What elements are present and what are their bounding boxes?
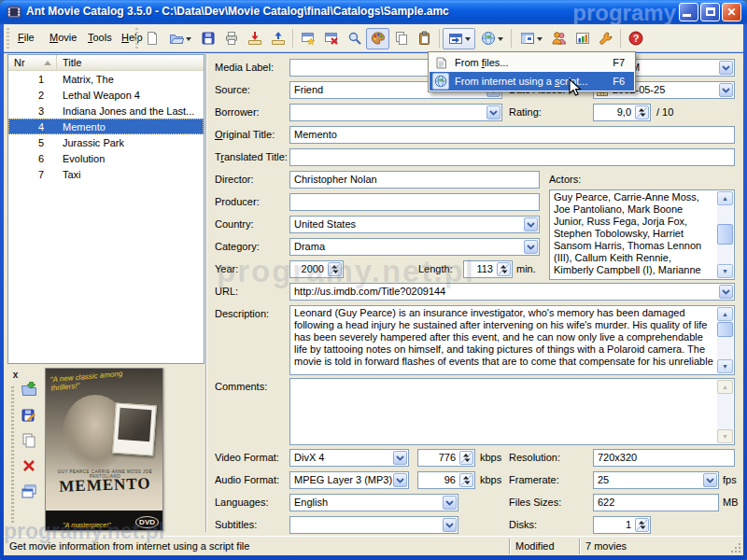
- chevron-down-icon[interactable]: [719, 61, 733, 75]
- find-button[interactable]: [343, 28, 366, 49]
- comments-scrollbar[interactable]: ▲ ▼: [717, 380, 733, 443]
- chevron-down-icon[interactable]: [443, 518, 457, 532]
- description-textarea[interactable]: Leonard (Guy Pearce) is an insurance inv…: [289, 305, 735, 375]
- close-button[interactable]: ✕: [722, 3, 741, 21]
- display-options-button[interactable]: [514, 28, 547, 49]
- comments-textarea[interactable]: ▲ ▼: [289, 378, 735, 445]
- rating-spinner[interactable]: 9,0: [593, 104, 651, 121]
- open-catalog-button[interactable]: [163, 28, 196, 49]
- framerate-combo[interactable]: 25: [593, 471, 719, 489]
- delete-movie-button[interactable]: [319, 28, 343, 49]
- spin-buttons-icon[interactable]: [328, 262, 342, 276]
- picture-window-button[interactable]: [19, 481, 39, 501]
- maximize-button[interactable]: [700, 3, 720, 21]
- menu-file[interactable]: File: [11, 29, 41, 47]
- languages-combo[interactable]: English: [289, 494, 458, 511]
- field-label: Category:: [215, 241, 260, 252]
- scroll-up-icon[interactable]: ▲: [717, 191, 733, 205]
- movie-row[interactable]: 6 Evolution: [8, 150, 204, 166]
- menu-tools[interactable]: Tools: [81, 29, 119, 47]
- help-button[interactable]: ?: [624, 28, 647, 49]
- show-pictures-button[interactable]: [366, 28, 389, 49]
- translated-title-input[interactable]: [289, 148, 735, 166]
- column-header-title[interactable]: Title: [57, 55, 204, 70]
- preferences-button[interactable]: [594, 28, 617, 49]
- copy-picture-button[interactable]: [19, 430, 39, 451]
- export-button[interactable]: [266, 28, 289, 49]
- picture-toolbar-grip[interactable]: [11, 386, 14, 525]
- description-scrollbar[interactable]: ▲ ▼: [717, 307, 733, 373]
- menu-movie[interactable]: Movie: [43, 29, 83, 47]
- chevron-down-icon[interactable]: [486, 105, 500, 119]
- menu-item-from-files[interactable]: From files... F7: [430, 53, 634, 72]
- files-sizes-input[interactable]: 622: [593, 494, 719, 511]
- audio-bitrate-spinner[interactable]: 96: [417, 471, 475, 489]
- chevron-down-icon[interactable]: [393, 473, 407, 487]
- get-info-internet-button[interactable]: [475, 28, 508, 49]
- country-combo[interactable]: United States: [289, 216, 540, 233]
- spin-buttons-icon[interactable]: [459, 451, 473, 465]
- chevron-down-icon[interactable]: [719, 83, 733, 97]
- toolbar-separator: [439, 29, 440, 48]
- toolbar-grip[interactable]: [7, 28, 9, 49]
- chevron-down-icon[interactable]: [393, 451, 407, 465]
- import-button[interactable]: [243, 28, 266, 49]
- spin-buttons-icon[interactable]: [459, 473, 473, 487]
- year-spinner[interactable]: 2000: [289, 260, 344, 278]
- url-combo[interactable]: http://us.imdb.com/Title?0209144: [289, 283, 735, 301]
- actors-scrollbar[interactable]: ▲ ▼: [717, 191, 733, 278]
- add-movie-button[interactable]: [296, 28, 319, 49]
- print-button[interactable]: [219, 28, 243, 49]
- column-header-nr[interactable]: Nr: [8, 55, 57, 70]
- movie-row[interactable]: 7 Taxi: [8, 166, 204, 182]
- resolution-input[interactable]: 720x320: [593, 449, 735, 467]
- movie-row-selected[interactable]: 4 Memento: [8, 119, 204, 134]
- panel-splitter[interactable]: [205, 54, 207, 532]
- spin-buttons-icon[interactable]: [497, 262, 511, 276]
- scroll-down-icon[interactable]: ▼: [717, 264, 733, 278]
- original-title-input[interactable]: Memento: [289, 126, 735, 144]
- borrower-combo[interactable]: [289, 104, 502, 121]
- chevron-down-icon[interactable]: [443, 496, 457, 510]
- save-catalog-button[interactable]: [196, 28, 219, 49]
- spin-buttons-icon[interactable]: [635, 105, 649, 119]
- subtitles-combo[interactable]: [289, 516, 458, 534]
- chevron-down-icon[interactable]: [703, 473, 717, 487]
- director-input[interactable]: Christopher Nolan: [289, 171, 540, 189]
- statistics-button[interactable]: [571, 28, 594, 49]
- category-combo[interactable]: Drama: [289, 238, 540, 256]
- actors-textarea[interactable]: Guy Pearce, Carrie-Anne Moss, Joe Pantol…: [549, 189, 735, 280]
- chevron-down-icon[interactable]: [719, 285, 733, 299]
- get-info-button[interactable]: [443, 28, 475, 49]
- movie-row[interactable]: 2 Lethal Weapon 4: [8, 87, 204, 103]
- audio-format-combo[interactable]: MPEG Layer 3 (MP3): [289, 471, 409, 489]
- resize-grip[interactable]: [730, 542, 741, 553]
- length-spinner[interactable]: 113: [463, 260, 513, 278]
- minimize-button[interactable]: [679, 3, 698, 21]
- chevron-down-icon[interactable]: [524, 217, 538, 231]
- select-picture-button[interactable]: [19, 379, 39, 399]
- movie-row[interactable]: 3 Indiana Jones and the Last...: [8, 103, 204, 119]
- movie-poster[interactable]: "A new classic among thrillers!" GUY PEA…: [45, 368, 163, 531]
- producer-input[interactable]: [289, 193, 540, 211]
- scroll-down-icon[interactable]: ▼: [717, 359, 733, 373]
- chevron-down-icon[interactable]: [524, 240, 538, 254]
- toolbar-grip[interactable]: [135, 28, 138, 49]
- scrollbar-thumb[interactable]: [717, 224, 733, 245]
- video-bitrate-spinner[interactable]: 776: [417, 449, 475, 467]
- disks-spinner[interactable]: 1: [593, 516, 651, 534]
- menu-item-from-internet[interactable]: From internet using a script... F6: [430, 72, 634, 91]
- scroll-up-icon[interactable]: ▲: [717, 307, 733, 321]
- scrollbar-thumb[interactable]: [717, 322, 733, 337]
- spin-buttons-icon[interactable]: [635, 518, 649, 532]
- paste-button[interactable]: [413, 28, 436, 49]
- loans-button[interactable]: [547, 28, 571, 49]
- save-picture-button[interactable]: [19, 405, 39, 426]
- title-bar[interactable]: Ant Movie Catalog 3.5.0 - C:\Data\Dev\Mo…: [0, 0, 747, 24]
- new-catalog-button[interactable]: [140, 28, 163, 49]
- delete-picture-button[interactable]: [19, 455, 39, 476]
- movie-row[interactable]: 1 Matrix, The: [8, 71, 204, 87]
- movie-row[interactable]: 5 Jurassic Park: [8, 134, 204, 150]
- copy-button[interactable]: [389, 28, 413, 49]
- video-format-combo[interactable]: DivX 4: [289, 449, 409, 467]
